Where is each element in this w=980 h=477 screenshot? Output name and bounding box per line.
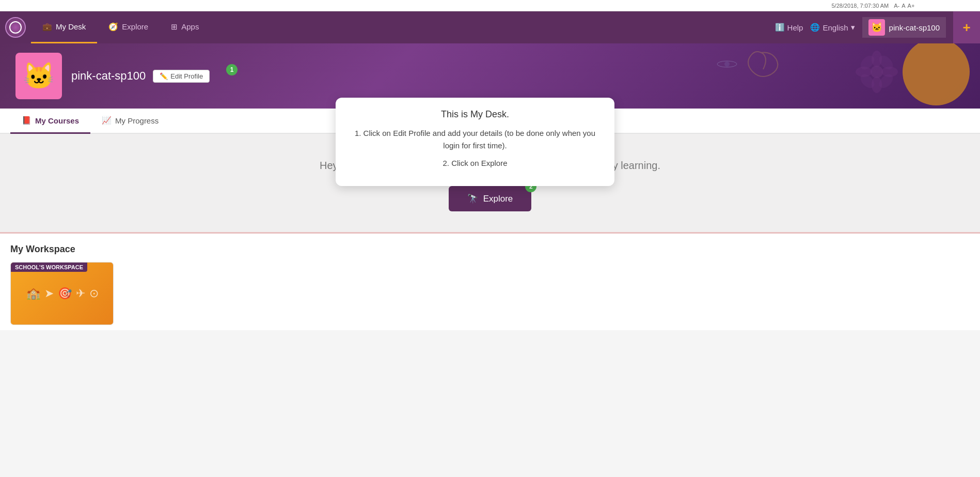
nav-username: pink-cat-sp100 [889,23,940,32]
tab-my-progress-label: My Progress [115,116,159,125]
profile-region: 🐱 pink-cat-sp100 ✏️ Edit Profile 1 This … [0,43,980,109]
explore-button-label: Explore [483,194,513,204]
nav-item-explore[interactable]: 🧭 Explore [97,11,160,43]
nav-item-apps[interactable]: ⊞ Apps [160,11,210,43]
chart-icon: 📈 [102,116,112,125]
font-size-controls[interactable]: A- A A+ [894,3,914,9]
grid-icon: ⊞ [171,22,178,32]
ws-icon-1: 🏫 [26,287,40,300]
top-bar: 5/28/2018, 7:07:30 AM A- A A+ [0,0,980,11]
nav-help[interactable]: ℹ️ Help [775,23,803,32]
info-icon: ℹ️ [775,23,785,32]
ws-icon-5: ⊙ [89,287,99,300]
workspace-section: My Workspace SCHOOL'S WORKSPACE 🏫 ➤ 🎯 ✈ … [0,234,980,330]
nav-logo[interactable] [5,17,26,38]
deco-flower [853,49,900,95]
nav-item-label-apps: Apps [181,22,199,31]
edit-profile-button[interactable]: ✏️ Edit Profile [153,70,210,83]
binoculars-icon: 🔭 [467,193,478,204]
pencil-icon: ✏️ [160,72,168,80]
nav-item-label-my-desk: My Desk [56,22,86,31]
book-icon: 📕 [22,116,31,125]
nav-items: 💼 My Desk 🧭 Explore ⊞ Apps [31,11,210,43]
tooltip-popup: This is My Desk. 1. Click on Edit Profil… [336,98,614,186]
timestamp: 5/28/2018, 7:07:30 AM [832,3,889,9]
workspace-card-icons: 🏫 ➤ 🎯 ✈ ⊙ [22,283,103,304]
notification-badge-1: 1 [226,64,238,75]
avatar: 🐱 [868,19,885,36]
svg-point-0 [871,66,883,78]
ws-icon-3: 🎯 [58,287,72,300]
deco-planet [717,59,737,69]
font-size-large[interactable]: A+ [908,3,915,9]
chevron-down-icon: ▾ [851,23,855,32]
font-size-small[interactable]: A- [894,3,899,9]
nav-user[interactable]: 🐱 pink-cat-sp100 [862,17,946,38]
deco-spiral [742,49,784,90]
workspace-card[interactable]: SCHOOL'S WORKSPACE 🏫 ➤ 🎯 ✈ ⊙ [10,262,114,325]
tooltip-step1: 1. Click on Edit Profile and add your de… [351,127,599,152]
tab-my-progress[interactable]: 📈 My Progress [90,109,170,134]
explore-button[interactable]: 🔭 Explore 2 [449,186,532,211]
language-label: English [823,23,848,32]
tab-my-courses[interactable]: 📕 My Courses [10,109,90,134]
edit-profile-label: Edit Profile [170,72,203,80]
profile-avatar: 🐱 [15,53,62,99]
nav-right: ℹ️ Help 🌐 English ▾ 🐱 pink-cat-sp100 + [775,11,980,43]
nav-language[interactable]: 🌐 English ▾ [810,23,855,32]
nav-item-label-explore: Explore [122,22,148,31]
tooltip-step2: 2. Click on Explore [351,157,599,170]
ws-icon-2: ➤ [44,287,54,300]
globe-icon: 🌐 [810,23,820,32]
svg-point-10 [724,61,730,67]
profile-info: pink-cat-sp100 ✏️ Edit Profile [71,69,210,83]
help-label: Help [787,23,803,32]
navbar: 💼 My Desk 🧭 Explore ⊞ Apps ℹ️ Help 🌐 Eng… [0,11,980,43]
profile-username: pink-cat-sp100 [71,69,146,83]
workspace-card-image: 🏫 ➤ 🎯 ✈ ⊙ [11,263,114,325]
workspace-card-label: SCHOOL'S WORKSPACE [11,263,87,272]
tooltip-title: This is My Desk. [351,109,599,120]
compass-icon: 🧭 [108,22,118,32]
logo-inner [9,21,22,34]
ws-icon-4: ✈ [76,287,85,300]
plus-icon: + [962,20,970,36]
nav-plus-button[interactable]: + [953,11,980,43]
font-size-medium[interactable]: A [902,3,905,9]
deco-circle [903,43,970,105]
nav-item-my-desk[interactable]: 💼 My Desk [31,11,97,43]
tab-my-courses-label: My Courses [35,116,79,125]
workspace-title: My Workspace [10,244,970,255]
briefcase-icon: 💼 [42,22,52,32]
